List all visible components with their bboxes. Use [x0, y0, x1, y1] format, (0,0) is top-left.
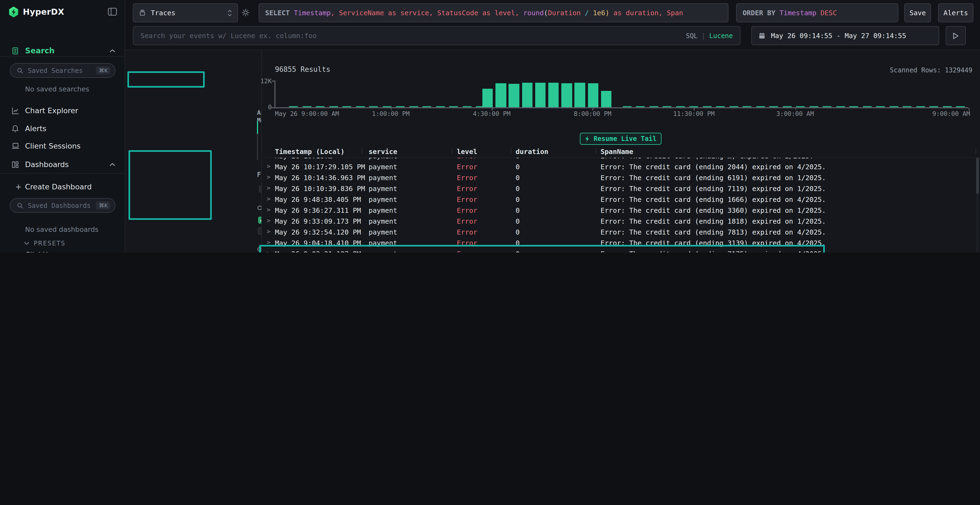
laptop-icon [11, 142, 20, 150]
table-row[interactable]: >May 26 9:33:09.173 PMpaymentError0Error… [262, 216, 980, 227]
cell-duration: 0 [515, 184, 520, 193]
table-row[interactable]: >May 26 10:17:29.105 PMpaymentError0Erro… [262, 162, 980, 173]
cell-timestamp: May 26 9:04:18.410 PM [275, 239, 361, 247]
col-resize-handle[interactable]: ⋮ [593, 148, 598, 154]
sidebar-item-client-sessions[interactable]: Client Sessions [0, 139, 125, 153]
row-expand-chevron[interactable]: > [267, 184, 270, 192]
search-input[interactable]: Search your events w/ Lucene ex. column:… [133, 26, 740, 45]
table-row[interactable]: >May 26 9:48:38.405 PMpaymentError0Error… [262, 194, 980, 205]
sql-token: , ServiceName as service, StatusCode as … [331, 9, 523, 17]
sql-token: 1e6 [593, 9, 605, 17]
histogram-bar[interactable] [482, 89, 493, 107]
sql-toggle[interactable]: SQL [686, 32, 697, 40]
sidebar-collapse-icon[interactable] [108, 8, 117, 16]
cell-spanname: Error: The credit card (ending 7175) exp… [601, 250, 826, 252]
row-expand-chevron[interactable]: > [267, 250, 270, 252]
col-spanname[interactable]: SpanName [601, 148, 633, 156]
cell-level: Error [457, 158, 477, 160]
presets-header[interactable]: PRESETS [24, 240, 65, 247]
cell-spanname: Error: The credit card (ending 2044) exp… [601, 163, 826, 171]
histogram-bar[interactable] [601, 91, 612, 107]
cell-timestamp: May 26 10:18:… [275, 158, 332, 160]
save-button[interactable]: Save [904, 3, 931, 22]
col-service[interactable]: service [369, 148, 397, 156]
table-row[interactable]: >May 26 10:10:39.836 PMpaymentError0Erro… [262, 183, 980, 194]
run-query-button[interactable] [946, 26, 966, 45]
col-timestamp[interactable]: Timestamp (Local) [275, 148, 345, 156]
source-settings-gear-icon[interactable] [241, 8, 250, 17]
saved-searches-input[interactable]: Saved Searches ⌘K [10, 63, 115, 78]
histogram-sliver-bar [850, 106, 858, 107]
time-range-picker[interactable]: May 26 09:14:55 - May 27 09:14:55 [751, 26, 939, 45]
histogram-bar[interactable] [535, 83, 546, 107]
col-resize-handle[interactable]: ⋮ [508, 148, 514, 154]
source-select[interactable]: Traces [133, 3, 238, 22]
chevron-down-icon [24, 241, 29, 245]
cell-timestamp: May 26 9:48:38.405 PM [275, 195, 361, 203]
row-expand-chevron[interactable]: > [267, 206, 270, 213]
histogram-sliver-bar [356, 106, 364, 107]
row-expand-chevron[interactable]: > [267, 173, 270, 181]
histogram-bar[interactable] [588, 83, 598, 107]
histogram-bar[interactable] [509, 84, 519, 107]
row-expand-chevron[interactable]: > [267, 217, 270, 224]
cell-spanname: Error: The credit card (ending 1818) exp… [601, 217, 826, 225]
col-duration[interactable]: duration [515, 148, 548, 156]
row-expand-chevron[interactable]: > [267, 158, 270, 159]
histogram-bar[interactable] [522, 83, 533, 107]
histogram-sliver-bar [289, 106, 298, 107]
histogram-bar[interactable] [575, 83, 585, 107]
cell-service: payment [369, 239, 397, 247]
col-resize-handle[interactable]: ⋮ [359, 148, 364, 154]
sidebar-item-search[interactable]: Search [0, 43, 125, 58]
select-chevrons-icon [228, 10, 232, 16]
col-level[interactable]: level [457, 148, 477, 156]
x-tick-label: May 26 9:00:00 AM [275, 110, 339, 118]
create-dashboard-button[interactable]: + Create Dashboard [0, 179, 125, 194]
histogram-sliver-bar [689, 106, 698, 107]
alerts-button[interactable]: Alerts [938, 3, 974, 22]
sql-select-input[interactable]: SELECT Timestamp, ServiceName as service… [259, 3, 729, 22]
sidebar-item-alerts[interactable]: Alerts [0, 121, 125, 135]
row-expand-chevron[interactable]: > [267, 228, 270, 235]
table-row[interactable]: >May 26 9:32:54.120 PMpaymentError0Error… [262, 227, 980, 238]
table-row[interactable]: >May 26 10:18:…paymentError0Error: The c… [262, 158, 980, 162]
bell-icon [11, 124, 19, 132]
chevron-up-icon[interactable] [110, 162, 115, 166]
histogram-bar[interactable] [495, 83, 506, 107]
cell-level: Error [457, 163, 477, 171]
order-by-input[interactable]: ORDER BY Timestamp DESC [736, 3, 898, 22]
col-resize-handle[interactable]: ⋮ [973, 148, 978, 154]
row-expand-chevron[interactable]: > [267, 163, 270, 170]
divider [0, 173, 125, 173]
sidebar-item-dashboards[interactable]: Dashboards [0, 157, 125, 172]
histogram-sliver-bar [449, 106, 458, 107]
histogram-bar[interactable] [561, 83, 572, 107]
play-icon [953, 32, 959, 39]
y-tick-0: 0 [268, 103, 272, 111]
histogram-sliver-bar [796, 106, 805, 107]
col-resize-handle[interactable]: ⋮ [449, 148, 455, 154]
table-row[interactable]: >May 26 9:36:27.311 PMpaymentError0Error… [262, 205, 980, 216]
saved-dashboards-input[interactable]: Saved Dashboards ⌘K [10, 198, 115, 213]
chevron-up-icon[interactable] [110, 49, 115, 52]
cell-duration: 0 [515, 158, 520, 160]
row-expand-chevron[interactable]: > [267, 195, 270, 202]
table-row[interactable]: >May 26 9:03:31.187 PMpaymentError0Error… [262, 249, 980, 252]
table-row[interactable]: >May 26 10:14:36.963 PMpaymentError0Erro… [262, 173, 980, 183]
no-saved-searches-text: No saved searches [25, 85, 89, 93]
resume-live-tail-button[interactable]: Resume Live Tail [580, 133, 662, 145]
histogram-sliver-bar [743, 106, 751, 107]
lucene-toggle[interactable]: Lucene [709, 32, 733, 40]
table-row[interactable]: >May 26 9:04:18.410 PMpaymentError0Error… [262, 238, 980, 249]
cell-timestamp: May 26 9:03:31.187 PM [275, 250, 361, 252]
preset-clickhouse[interactable]: ClickHouse [25, 250, 65, 252]
histogram-bar[interactable] [548, 83, 559, 107]
cell-service: payment [369, 228, 397, 236]
y-axis-tick [272, 107, 275, 108]
row-expand-chevron[interactable]: > [267, 239, 270, 246]
sidebar-item-chart-explorer[interactable]: Chart Explorer [0, 103, 125, 118]
histogram-sliver-bar [703, 106, 711, 107]
cell-level: Error [457, 173, 477, 182]
search-placeholder: Search your events w/ Lucene ex. column:… [140, 32, 317, 40]
